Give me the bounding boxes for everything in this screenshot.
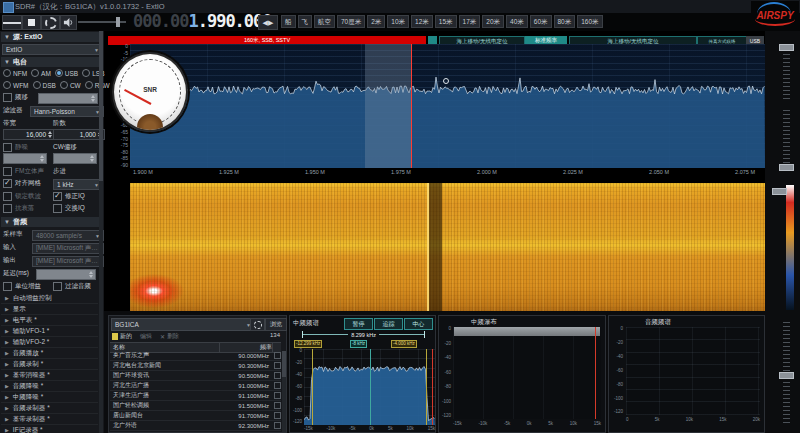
source-panel-header[interactable]: ▼源: ExtIO <box>1 32 102 42</box>
mode-radio[interactable]: WFM <box>3 81 29 89</box>
favorite-checkbox[interactable] <box>274 402 281 409</box>
plugin-collapsed-panel[interactable]: ▶音频录制器 * <box>1 403 98 414</box>
favorite-checkbox[interactable] <box>274 422 281 429</box>
station-row[interactable]: 河北电台北京新闻 90.300MHz <box>110 361 281 371</box>
plugin-collapsed-panel[interactable]: ▶辅助VFO-1 * <box>1 326 98 337</box>
list-scrollbar-thumb[interactable] <box>282 351 286 377</box>
center-line[interactable] <box>370 349 371 425</box>
station-row[interactable]: 国广环球资讯 90.500MHz <box>110 371 281 381</box>
plugin-collapsed-panel[interactable]: ▶音频录制 * <box>1 359 98 370</box>
station-row[interactable]: 音乐时间河北音乐 92.500MHz <box>110 431 281 432</box>
band-button[interactable]: 10米 <box>387 15 409 28</box>
favorite-checkbox[interactable] <box>274 352 281 359</box>
unity-gain-checkbox[interactable] <box>3 282 12 291</box>
source-select[interactable]: ExtIO▼ <box>2 44 103 55</box>
group-select[interactable]: BG1ICA▼ <box>111 318 255 331</box>
filter-edge-left-line[interactable] <box>312 349 313 425</box>
band-button[interactable]: 15米 <box>435 15 457 28</box>
menu-icon[interactable] <box>2 15 22 30</box>
mode-radio[interactable]: CW <box>60 81 81 89</box>
pause-button[interactable]: 暂停 <box>344 318 373 330</box>
sidebar-scrollbar-thumb[interactable] <box>99 31 103 181</box>
plugin-collapsed-panel[interactable]: ▶基带消噪器 * <box>1 370 98 381</box>
cw-shift-input[interactable] <box>53 153 97 164</box>
band-button[interactable]: 70厘米 <box>337 15 365 28</box>
plugin-collapsed-panel[interactable]: ▶中频降噪 * <box>1 392 98 403</box>
favorite-checkbox[interactable] <box>274 412 281 419</box>
order-input[interactable]: 1,000 <box>53 129 105 140</box>
band-button[interactable]: 飞 <box>298 15 313 28</box>
station-row[interactable]: 河北生活广播 91.000MHz <box>110 381 281 391</box>
mode-radio[interactable]: DSB <box>33 81 56 89</box>
bandwidth-input[interactable]: 16,000 <box>3 129 55 140</box>
audio-spectrum-plot[interactable] <box>626 327 760 415</box>
band-button[interactable]: 40米 <box>506 15 528 28</box>
snap-checkbox[interactable] <box>3 179 12 188</box>
if-spectrum-plot[interactable] <box>304 349 435 425</box>
station-row[interactable]: 北广外语 92.300MHz <box>110 421 281 431</box>
band-button[interactable]: 160米 <box>577 15 602 28</box>
audio-input-select[interactable]: [MME] Microsoft 声…▼ <box>32 243 104 254</box>
browse-button[interactable]: 浏览 <box>265 318 287 331</box>
shift-input[interactable] <box>38 93 98 104</box>
station-row[interactable]: 国广轻松调频 91.500MHz <box>110 401 281 411</box>
audio-output-select[interactable]: [MME] Microsoft 声…▼ <box>32 256 104 267</box>
fm-stereo-checkbox[interactable] <box>3 167 12 176</box>
station-row[interactable]: 唐山新闻台 91.700MHz <box>110 411 281 421</box>
zoom-slider[interactable] <box>779 44 794 51</box>
band-button[interactable]: 20米 <box>482 15 504 28</box>
filter-audio-checkbox[interactable] <box>53 282 62 291</box>
plugin-collapsed-panel[interactable]: ▶音频降噪 * <box>1 381 98 392</box>
band-button[interactable]: 航空 <box>314 15 335 28</box>
favorite-checkbox[interactable] <box>274 382 281 389</box>
rf-waterfall[interactable] <box>130 183 765 311</box>
favorite-checkbox[interactable] <box>274 372 281 379</box>
rf-spectrum[interactable] <box>130 44 765 168</box>
frequency-display[interactable]: 000.001.990.000 <box>133 11 272 31</box>
favorite-checkbox[interactable] <box>274 362 281 369</box>
filter-edge-right-line[interactable] <box>426 349 427 425</box>
squelch-checkbox[interactable] <box>3 143 12 152</box>
plugin-collapsed-panel[interactable]: ▶辅助VFO-2 * <box>1 337 98 348</box>
new-entry-button[interactable]: 新的 <box>120 332 132 341</box>
manager-settings-button[interactable] <box>250 318 265 331</box>
mode-radio[interactable]: NFM <box>3 69 27 77</box>
offset-slider[interactable] <box>779 372 794 379</box>
if-waterfall-plot[interactable] <box>453 327 601 419</box>
band-button[interactable]: 船 <box>281 15 296 28</box>
volume-slider-thumb[interactable] <box>116 17 120 27</box>
tune-step-button[interactable]: ◀▶ <box>258 15 278 30</box>
station-row[interactable]: 天津生活广播 91.100MHz <box>110 391 281 401</box>
correct-iq-checkbox[interactable] <box>53 192 62 201</box>
mode-radio[interactable]: USB <box>55 69 78 77</box>
tuning-line[interactable] <box>411 44 412 168</box>
tuning-filter-shade[interactable] <box>365 44 411 168</box>
audio-panel-header[interactable]: ▼音频 <box>1 217 102 227</box>
band-button[interactable]: 12米 <box>411 15 433 28</box>
plugin-collapsed-panel[interactable]: ▶音频播放 * <box>1 348 98 359</box>
band-button[interactable]: 80米 <box>554 15 576 28</box>
volume-button[interactable] <box>60 15 77 30</box>
favorite-checkbox[interactable] <box>274 392 281 399</box>
lock-carrier-checkbox[interactable] <box>3 192 12 201</box>
plugin-collapsed-panel[interactable]: ▶显示 <box>1 304 98 315</box>
center-button[interactable]: 中心 <box>404 318 433 330</box>
plugin-collapsed-panel[interactable]: ▶IF记录器 * <box>1 425 98 433</box>
contrast-slider[interactable] <box>779 164 794 171</box>
squelch-input[interactable] <box>3 153 47 164</box>
station-row[interactable]: 央广音乐之声 90.000MHz <box>110 351 281 361</box>
plugin-collapsed-panel[interactable]: ▶电平表 * <box>1 315 98 326</box>
step-select[interactable]: 1 kHz▼ <box>53 179 103 190</box>
latency-input[interactable] <box>36 269 96 280</box>
plugin-collapsed-panel[interactable]: ▶自动增益控制 <box>1 293 98 304</box>
band-button[interactable]: 60米 <box>530 15 552 28</box>
range-slider[interactable] <box>772 188 787 195</box>
radio-panel-header[interactable]: ▼电台 <box>1 57 102 67</box>
shift-checkbox[interactable] <box>3 93 12 102</box>
band-button[interactable]: 2米 <box>367 15 385 28</box>
plugin-collapsed-panel[interactable]: ▶基带录制器 * <box>1 414 98 425</box>
swap-iq-checkbox[interactable] <box>53 204 62 213</box>
anti-fading-checkbox[interactable] <box>3 204 12 213</box>
delete-entry-button[interactable]: 删除 <box>167 332 179 341</box>
edit-entry-button[interactable]: 编辑 <box>140 332 152 341</box>
